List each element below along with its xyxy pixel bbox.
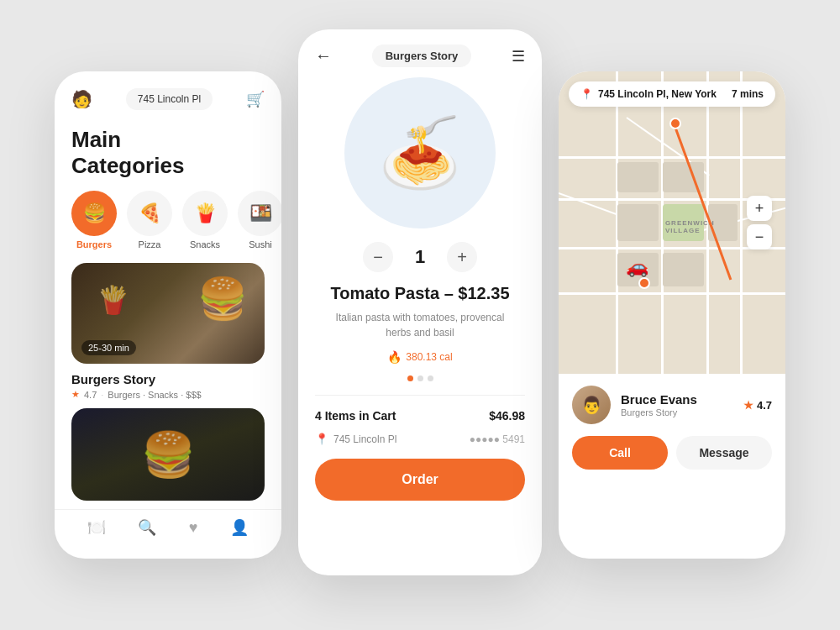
zoom-controls: + − [747, 196, 772, 249]
map-pin-icon: 📍 [580, 88, 593, 100]
eta-text: 7 mins [732, 88, 764, 100]
snacks-label: Snacks [190, 239, 220, 249]
person-icon: 🧑 [71, 89, 92, 109]
action-buttons: Call Message [572, 436, 772, 470]
featured-food-image: 25-30 min [71, 263, 265, 364]
category-pizza[interactable]: 🍕 Pizza [127, 191, 172, 249]
main-categories-title: Main Categories [55, 118, 281, 191]
route-start-dot [669, 118, 681, 129]
quantity-row: − 1 + [298, 242, 542, 272]
food-name: Tomato Pasta – $12.35 [298, 284, 542, 310]
food-description: Italian pasta with tomatoes, provencal h… [298, 310, 542, 350]
message-button[interactable]: Message [676, 436, 772, 470]
cart-icon[interactable]: 🛒 [246, 90, 265, 108]
category-sushi[interactable]: 🍱 Sushi [238, 191, 281, 249]
quantity-value: 1 [410, 246, 430, 268]
increase-qty-button[interactable]: + [447, 242, 477, 272]
cart-items-label: 4 Items in Cart [315, 409, 396, 423]
pizza-icon-wrap: 🍕 [127, 191, 172, 236]
restaurant-name[interactable]: Burgers Story [55, 364, 281, 389]
address-row: 📍 745 Lincoln Pl ●●●●● 5491 [298, 433, 542, 459]
phone-2: ← Burgers Story ☰ 🍝 − 1 + Tomato Pasta –… [298, 29, 542, 575]
map-view: GREENWICHVILLAGE 🚗 📍 745 Lincoln Pl, New… [559, 71, 785, 374]
bottom-nav: 🍽️ 🔍 ♥ 👤 [55, 509, 281, 545]
nav-home-icon[interactable]: 🍽️ [87, 518, 106, 537]
dot-3 [428, 375, 433, 381]
category-snacks[interactable]: 🍟 Snacks [182, 191, 228, 249]
sushi-label: Sushi [249, 239, 272, 249]
route-end-dot [638, 277, 650, 289]
p1-location[interactable]: 745 Lincoln Pl [126, 88, 213, 110]
star-icon: ★ [71, 389, 80, 400]
car-icon: 🚗 [626, 256, 648, 278]
star-icon: ★ [743, 399, 753, 412]
card-dots: ●●●●● 5491 [470, 433, 525, 445]
driver-info-row: 👨 Bruce Evans Burgers Story ★ 4.7 [572, 386, 772, 424]
driver-details: Bruce Evans Burgers Story [621, 392, 733, 417]
nav-favorites-icon[interactable]: ♥ [189, 519, 198, 537]
menu-icon[interactable]: ☰ [512, 47, 525, 66]
map-location-text: 745 Lincoln Pl, New York [598, 88, 717, 100]
nav-profile-icon[interactable]: 👤 [230, 518, 249, 537]
payment-card: ●●●●● 5491 [470, 433, 525, 445]
driver-name: Bruce Evans [621, 392, 733, 407]
delivery-time-badge: 25-30 min [81, 340, 136, 355]
category-burgers[interactable]: 🍔 Burgers [71, 191, 117, 249]
zoom-in-button[interactable]: + [747, 196, 772, 221]
pin-icon: 📍 [315, 433, 328, 445]
category-list: 🍔 Burgers 🍕 Pizza 🍟 Snacks 🍱 Sushi [55, 191, 281, 263]
driver-avatar: 👨 [572, 386, 611, 424]
p2-header: ← Burgers Story ☰ [298, 29, 542, 77]
restaurant-rating: 4.7 [84, 390, 97, 400]
dot-1 [407, 375, 413, 381]
calorie-text: 380.13 cal [406, 351, 452, 363]
nav-search-icon[interactable]: 🔍 [138, 518, 156, 537]
food-image: 🍝 [344, 77, 496, 228]
restaurant-tags: Burgers · Snacks · $$$ [108, 390, 201, 400]
secondary-food-image [71, 408, 265, 501]
decrease-qty-button[interactable]: − [363, 242, 393, 272]
zoom-out-button[interactable]: − [747, 224, 772, 249]
neighborhood-label: GREENWICHVILLAGE [665, 219, 715, 234]
restaurant-meta: ★ 4.7 · Burgers · Snacks · $$$ [55, 389, 281, 408]
p1-header: 🧑 745 Lincoln Pl 🛒 [55, 71, 281, 118]
burgers-label: Burgers [76, 239, 112, 249]
p3-location-bar: 📍 745 Lincoln Pl, New York 7 mins [569, 81, 775, 107]
back-button[interactable]: ← [315, 46, 332, 66]
call-button[interactable]: Call [572, 436, 668, 470]
driver-restaurant: Burgers Story [621, 407, 733, 417]
phone-3: GREENWICHVILLAGE 🚗 📍 745 Lincoln Pl, New… [559, 71, 785, 559]
sushi-icon-wrap: 🍱 [238, 191, 281, 236]
driver-card: 👨 Bruce Evans Burgers Story ★ 4.7 Call M… [559, 374, 785, 483]
pizza-label: Pizza [139, 239, 161, 249]
dot-2 [417, 375, 423, 381]
phone-1: 🧑 745 Lincoln Pl 🛒 Main Categories 🍔 Bur… [55, 71, 281, 559]
driver-rating: ★ 4.7 [743, 399, 772, 412]
delivery-address: 745 Lincoln Pl [333, 433, 396, 445]
fire-icon: 🔥 [387, 350, 402, 364]
page-dots [298, 375, 542, 381]
restaurant-pill: Burgers Story [372, 45, 472, 67]
burgers-icon-wrap: 🍔 [71, 191, 117, 236]
calorie-row: 🔥 380.13 cal [298, 350, 542, 364]
cart-price: $46.98 [489, 409, 525, 423]
cart-row: 4 Items in Cart $46.98 [298, 396, 542, 433]
snacks-icon-wrap: 🍟 [182, 191, 228, 236]
order-button[interactable]: Order [315, 459, 525, 501]
